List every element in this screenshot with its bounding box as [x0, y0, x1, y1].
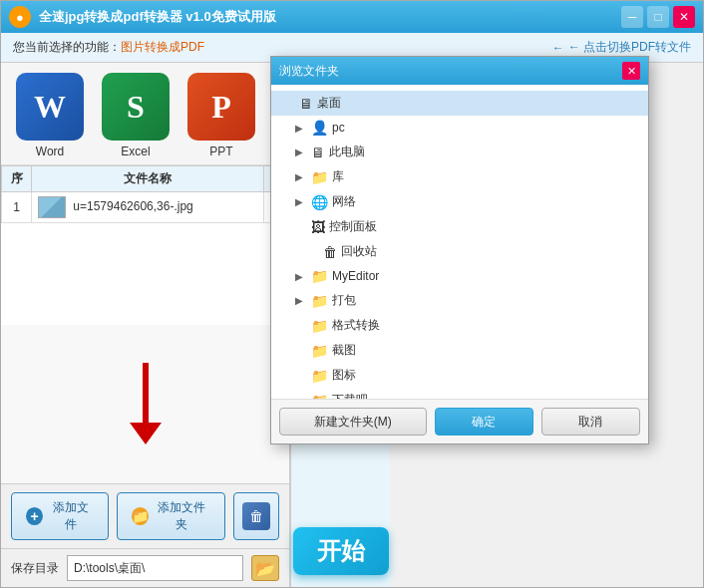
folder-icon: 🖥	[311, 145, 325, 160]
dialog-title-bar: 浏览文件夹 ✕	[271, 57, 648, 85]
folder-icon: 📁	[311, 268, 328, 284]
minimize-button[interactable]: ─	[621, 6, 643, 28]
folder-icon: 📁	[311, 393, 328, 401]
dialog-close-button[interactable]: ✕	[622, 62, 640, 80]
tree-item-network[interactable]: ▶🌐网络	[271, 189, 648, 214]
folder-icon: 📁	[311, 293, 328, 309]
tree-item-pack[interactable]: ▶📁打包	[271, 288, 648, 313]
tree-item-thispc[interactable]: ▶🖥此电脑	[271, 140, 648, 164]
tree-item-controlpanel[interactable]: 🖼控制面板	[271, 214, 648, 239]
tree-item-download[interactable]: 📁下载吧	[271, 388, 648, 400]
tree-item-label: MyEditor	[332, 269, 379, 283]
word-icon-box: W	[16, 73, 84, 141]
sub-header-prefix: 您当前选择的功能：	[13, 40, 121, 54]
folder-tree[interactable]: 🖥桌面▶👤pc▶🖥此电脑▶📁库▶🌐网络🖼控制面板🗑回收站▶📁MyEditor▶📁…	[271, 85, 648, 400]
app-title: 全速jpg转换成pdf转换器 v1.0免费试用版	[39, 8, 276, 26]
tree-item-label: 格式转换	[332, 317, 380, 334]
save-label: 保存目录	[11, 560, 59, 577]
tree-item-pc[interactable]: ▶👤pc	[271, 116, 648, 140]
chevron-icon: ▶	[295, 271, 307, 282]
chevron-icon: ▶	[295, 295, 307, 306]
close-button[interactable]: ✕	[673, 6, 695, 28]
folder-icon: 🖼	[311, 219, 325, 235]
excel-icon-char: S	[127, 89, 145, 126]
excel-icon-box: S	[102, 73, 170, 141]
title-bar-left: ● 全速jpg转换成pdf转换器 v1.0免费试用版	[9, 6, 276, 28]
left-panel: W Word S Excel P PPT	[1, 63, 290, 587]
excel-icon-item[interactable]: S Excel	[97, 73, 175, 158]
tree-item-label: 此电脑	[329, 144, 365, 160]
dialog-buttons: 新建文件夹(M) 确定 取消	[271, 400, 648, 443]
app-icons-row: W Word S Excel P PPT	[1, 63, 289, 165]
ppt-icon-item[interactable]: P PPT	[182, 73, 260, 158]
open-folder-button[interactable]: 📂	[251, 555, 279, 581]
tree-item-label: pc	[332, 121, 345, 135]
arrow-shaft	[143, 363, 149, 423]
dialog-body: 🖥桌面▶👤pc▶🖥此电脑▶📁库▶🌐网络🖼控制面板🗑回收站▶📁MyEditor▶📁…	[271, 85, 648, 443]
ppt-icon-box: P	[187, 73, 255, 141]
folder-icon: 📁	[311, 318, 328, 334]
ppt-label: PPT	[209, 145, 232, 158]
tree-item-label: 桌面	[317, 95, 341, 112]
delete-icon: 🗑	[242, 502, 270, 530]
arrow-left-icon: ←	[552, 41, 564, 55]
table-row[interactable]: 1 u=1579462606,36-.jpg	[2, 192, 289, 223]
add-folder-label: 添加文件夹	[154, 499, 210, 533]
tree-item-icon[interactable]: 📁图标	[271, 363, 648, 388]
browse-folder-dialog: 浏览文件夹 ✕ 🖥桌面▶👤pc▶🖥此电脑▶📁库▶🌐网络🖼控制面板🗑回收站▶📁My…	[270, 56, 649, 444]
word-icon-item[interactable]: W Word	[11, 73, 89, 158]
arrow-head	[130, 423, 162, 444]
switch-pdf-text: ← 点击切换PDF转文件	[568, 39, 691, 56]
sub-header-highlight: 图片转换成PDF	[121, 40, 204, 54]
add-file-button[interactable]: + 添加文件	[11, 492, 109, 540]
word-icon-char: W	[34, 89, 66, 126]
tree-item-desktop[interactable]: 🖥桌面	[271, 91, 648, 116]
title-controls: ─ □ ✕	[621, 6, 695, 28]
file-table: 序 文件名称 文 1 u=1579462606,36-.jpg	[1, 165, 289, 223]
cancel-button[interactable]: 取消	[541, 408, 640, 436]
maximize-button[interactable]: □	[647, 6, 669, 28]
tree-item-label: 回收站	[341, 243, 377, 260]
col-name: 文件名称	[32, 166, 264, 192]
tree-item-lib[interactable]: ▶📁库	[271, 164, 648, 189]
add-file-icon: +	[26, 507, 43, 525]
chevron-icon: ▶	[295, 196, 307, 207]
tree-item-recyclebin[interactable]: 🗑回收站	[271, 239, 648, 264]
folder-icon: 🗑	[323, 244, 337, 260]
chevron-icon: ▶	[295, 171, 307, 182]
file-name: u=1579462606,36-.jpg	[73, 199, 192, 213]
tree-item-format[interactable]: 📁格式转换	[271, 313, 648, 338]
file-table-container: 序 文件名称 文 1 u=1579462606,36-.jpg	[1, 165, 289, 325]
start-button[interactable]: 开始	[293, 527, 389, 575]
new-folder-button[interactable]: 新建文件夹(M)	[279, 408, 427, 436]
chevron-icon: ▶	[295, 123, 307, 134]
ppt-icon-char: P	[211, 89, 231, 126]
folder-icon: 📁	[311, 169, 328, 185]
tree-item-label: 网络	[332, 193, 356, 210]
col-seq: 序	[2, 166, 32, 192]
app-logo: ●	[9, 6, 31, 28]
folder-icon: 🌐	[311, 194, 328, 210]
tree-item-label: 图标	[332, 367, 356, 384]
folder-icon: 📁	[311, 343, 328, 359]
add-folder-button[interactable]: 📁 添加文件夹	[117, 492, 225, 540]
word-label: Word	[36, 145, 64, 158]
file-thumbnail	[38, 196, 66, 218]
tree-item-label: 打包	[332, 292, 356, 309]
folder-icon: 👤	[311, 120, 328, 136]
excel-label: Excel	[121, 145, 150, 158]
switch-pdf-link[interactable]: ← ← 点击切换PDF转文件	[552, 39, 691, 56]
tree-item-label: 库	[332, 168, 344, 185]
tree-item-label: 控制面板	[329, 218, 377, 235]
title-bar: ● 全速jpg转换成pdf转换器 v1.0免费试用版 ─ □ ✕	[1, 1, 703, 33]
bottom-buttons: + 添加文件 📁 添加文件夹 🗑	[1, 483, 289, 548]
tree-item-myeditor[interactable]: ▶📁MyEditor	[271, 264, 648, 288]
save-path-input[interactable]	[67, 555, 243, 581]
save-bar: 保存目录 📂	[1, 548, 289, 587]
chevron-icon: ▶	[295, 147, 307, 157]
folder-icon: 🖥	[299, 96, 313, 112]
confirm-button[interactable]: 确定	[435, 408, 533, 436]
tree-item-screenshot[interactable]: 📁截图	[271, 338, 648, 363]
delete-button[interactable]: 🗑	[233, 492, 279, 540]
arrow-area	[1, 325, 289, 484]
